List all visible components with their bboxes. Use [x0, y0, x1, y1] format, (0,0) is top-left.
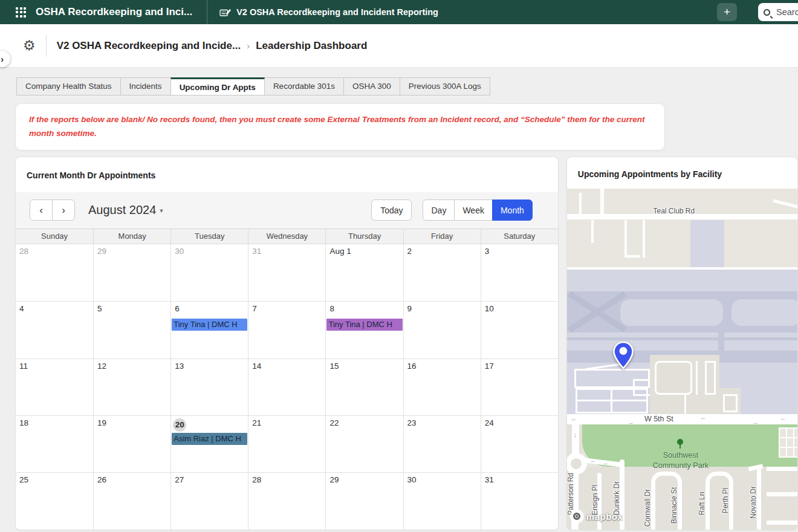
apps-grid-icon[interactable] — [16, 7, 26, 18]
next-month-button[interactable]: › — [52, 199, 75, 221]
day-cell-29[interactable]: 29 — [325, 472, 403, 529]
day-cell-22[interactable]: 22 — [325, 415, 403, 472]
view-button-day[interactable]: Day — [423, 199, 455, 221]
day-cell-21[interactable]: 21 — [248, 415, 325, 472]
day-number: 14 — [248, 359, 325, 375]
day-number: 28 — [248, 473, 325, 488]
day-cell-11[interactable]: 11 — [16, 358, 93, 415]
day-cell-28[interactable]: 28 — [16, 244, 93, 301]
search-input[interactable] — [775, 7, 798, 18]
day-number: 31 — [481, 473, 558, 488]
day-cell-7[interactable]: 7 — [248, 301, 325, 358]
breadcrumb-app[interactable]: V2 OSHA Recordkeeping and Incide... — [57, 40, 241, 52]
map-shape — [690, 220, 724, 270]
tab-upcoming-dr-appts[interactable]: Upcoming Dr Appts — [170, 77, 265, 96]
day-number: 24 — [481, 416, 558, 432]
day-cell-2[interactable]: 2 — [403, 244, 481, 301]
street-label-perth-pl: Perth Pl — [721, 488, 730, 514]
day-cell-12[interactable]: 12 — [93, 358, 170, 415]
day-number: 5 — [94, 302, 170, 317]
facility-marker-pin[interactable] — [612, 341, 635, 371]
tab-company-health-status[interactable]: Company Health Status — [16, 77, 121, 96]
sidebar-expand-button[interactable]: › — [0, 51, 10, 67]
map-shape — [793, 427, 794, 458]
one-way-arrow-icon: → — [602, 459, 609, 466]
map-shape — [591, 220, 594, 243]
day-cell-14[interactable]: 14 — [248, 358, 325, 415]
map-shape — [655, 361, 692, 395]
weekday-thursday: Thursday — [325, 229, 403, 244]
tab-previous-300a-logs[interactable]: Previous 300A Logs — [400, 77, 490, 96]
gear-icon[interactable]: ⚙ — [23, 39, 36, 53]
month-dropdown[interactable]: August 2024▾ — [88, 203, 163, 217]
day-number: 17 — [481, 359, 558, 375]
map-title: Upcoming Appointments by Facility — [567, 157, 797, 189]
day-cell-31[interactable]: 31 — [481, 472, 558, 529]
day-number: 28 — [16, 244, 93, 260]
breadcrumb-page-title: Leadership Dashboard — [256, 40, 367, 52]
weekday-friday: Friday — [403, 229, 481, 244]
day-cell-16[interactable]: 16 — [403, 358, 481, 415]
calendar-event-8[interactable]: Tiny Tina | DMC H — [326, 319, 402, 331]
day-cell-3[interactable]: 3 — [481, 244, 558, 301]
calendar-event-20[interactable]: Asim Riaz | DMC H — [172, 433, 247, 445]
map-shape — [767, 492, 797, 496]
one-way-arrow-icon: ← — [571, 415, 577, 422]
calendar-event-6[interactable]: Tiny Tina | DMC H — [172, 319, 247, 331]
day-cell-9[interactable]: 9 — [403, 301, 481, 358]
workspace-title-group[interactable]: V2 OSHA Recordkeeping and Incident Repor… — [219, 7, 438, 17]
mapbox-attribution[interactable]: mapbox — [570, 510, 623, 524]
day-number: 6 — [171, 302, 248, 317]
day-cell-18[interactable]: 18 — [16, 415, 93, 472]
map-shape — [600, 189, 604, 215]
day-cell-8[interactable]: 8Tiny Tina | DMC H — [325, 301, 403, 358]
view-button-week[interactable]: Week — [454, 199, 493, 221]
one-way-arrow-icon: → — [628, 419, 634, 426]
prev-month-button[interactable]: ‹ — [30, 199, 53, 221]
day-cell-5[interactable]: 5 — [93, 301, 170, 358]
map-shape — [767, 521, 797, 525]
map-shape — [767, 467, 797, 471]
road-label-teal-club: Teal Club Rd — [654, 207, 695, 215]
today-button[interactable]: Today — [371, 199, 412, 221]
month-label: August 2024 — [88, 203, 156, 216]
day-cell-27[interactable]: 27 — [170, 472, 248, 529]
day-cell-23[interactable]: 23 — [403, 415, 481, 472]
day-number: 7 — [248, 302, 325, 317]
chevron-right-icon: › — [247, 41, 250, 51]
day-cell-31[interactable]: 31 — [248, 244, 325, 301]
tab-incidents[interactable]: Incidents — [120, 77, 171, 96]
one-way-arrow-icon: → — [752, 419, 759, 426]
day-cell-29[interactable]: 29 — [93, 244, 170, 301]
add-button[interactable]: + — [717, 3, 737, 21]
day-cell-15[interactable]: 15 — [325, 358, 403, 415]
day-cell-aug-1[interactable]: Aug 1 — [325, 244, 403, 301]
day-cell-24[interactable]: 24 — [481, 415, 558, 472]
view-button-month[interactable]: Month — [492, 199, 533, 221]
day-cell-26[interactable]: 26 — [93, 472, 170, 529]
tab-osha-300[interactable]: OSHA 300 — [343, 77, 400, 96]
day-cell-25[interactable]: 25 — [16, 472, 93, 529]
main-row: Current Month Dr Appointments ‹ › August… — [15, 157, 798, 530]
weekday-tuesday: Tuesday — [170, 229, 248, 244]
day-cell-13[interactable]: 13 — [170, 358, 248, 415]
day-cell-17[interactable]: 17 — [481, 358, 558, 415]
day-cell-10[interactable]: 10 — [481, 301, 558, 358]
mapbox-icon — [570, 510, 584, 524]
day-cell-19[interactable]: 19 — [93, 415, 170, 472]
facility-map[interactable]: Teal Club Rd W 5th St Southwest Communit… — [567, 189, 797, 530]
day-number: 25 — [16, 473, 93, 488]
day-cell-4[interactable]: 4 — [16, 301, 93, 358]
day-cell-6[interactable]: 6Tiny Tina | DMC H — [170, 301, 248, 358]
today-indicator: 20 — [173, 418, 186, 432]
day-number: 29 — [94, 244, 170, 260]
app-title: OSHA Recordkeeping and Inci... — [36, 6, 192, 18]
day-number: 23 — [404, 416, 481, 432]
day-cell-20[interactable]: 20Asim Riaz | DMC H — [170, 415, 248, 472]
day-cell-30[interactable]: 30 — [403, 472, 481, 529]
tab-recordable-301s[interactable]: Recordable 301s — [264, 77, 344, 96]
day-number: 8 — [326, 302, 403, 317]
day-cell-30[interactable]: 30 — [170, 244, 248, 301]
day-cell-28[interactable]: 28 — [248, 472, 325, 529]
search-box[interactable] — [758, 3, 798, 21]
